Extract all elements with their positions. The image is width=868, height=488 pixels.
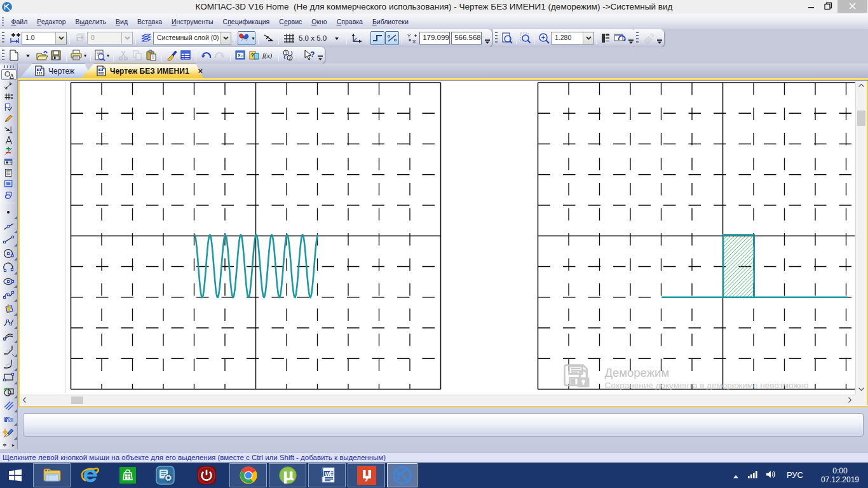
tool-rectangle-button[interactable] [1,371,17,385]
menu-инструменты[interactable]: Инструменты [167,15,218,28]
tool-spline-button[interactable] [1,288,17,302]
tool-circle-button[interactable] [1,247,17,261]
print-preview-button[interactable]: ▾ [93,48,110,62]
tool-ellipse-button[interactable] [1,274,17,288]
taskbar-word[interactable]: W [308,463,346,487]
vertical-scroll-thumb[interactable] [857,111,865,126]
scroll-right-arrow[interactable] [845,395,855,405]
grid-button[interactable] [282,31,296,45]
compact-panel-grip[interactable] [4,65,14,68]
zoom-in-button[interactable] [537,31,551,45]
tool-point-button[interactable] [1,205,17,219]
zoom-value-combobox[interactable]: 1.280 [551,32,594,44]
panel-designations-psp-button[interactable] [1,102,17,113]
new-document-button[interactable] [7,48,21,62]
menu-сервис[interactable]: Сервис [275,15,307,28]
menu-выделить[interactable]: Выделить [71,15,111,28]
cursor-coords-button[interactable]: YX [405,31,419,45]
tool-hatch-button[interactable] [1,398,17,412]
taskbar-power[interactable] [187,463,225,487]
grid-settings-button[interactable] [330,31,344,45]
vertical-scrollbar[interactable] [855,81,867,395]
property-bar-field[interactable] [23,413,864,437]
panel-parametrization-button[interactable] [1,124,17,135]
clear-highlight-button[interactable] [641,31,655,45]
cut-button[interactable] [116,48,130,62]
clock[interactable]: 0:00 07.12.2019 [821,466,859,484]
drawing-canvas[interactable]: ДеморежимСохранение документа в деморежи… [20,81,855,395]
context-help-button[interactable]: ? [302,48,316,62]
rounding-button[interactable] [385,31,399,45]
toolbar-overflow-button[interactable] [316,47,323,64]
copy-button[interactable] [130,48,144,62]
taskbar-settings[interactable] [146,463,184,487]
panel-reports-button[interactable] [1,168,17,179]
tool-continuous-input-button[interactable] [1,302,17,316]
toolbar-grip[interactable] [636,32,639,44]
panel-measure-button[interactable] [1,135,17,146]
tool-auxiliary-line-button[interactable] [1,219,17,233]
menu-окно[interactable]: Окно [307,15,332,28]
current-step-button[interactable] [8,31,22,45]
save-document-button[interactable] [49,48,63,62]
angle-snap-button[interactable] [262,31,276,45]
toolbar-grip[interactable] [495,32,498,44]
local-cs-button[interactable] [350,31,364,45]
panel-dimensions-button[interactable] [1,80,17,91]
volume-icon[interactable] [766,470,776,481]
menu-справка[interactable]: Справка [332,15,367,28]
taskbar-utorrent[interactable]: µ [269,463,306,487]
new-document-type-button[interactable] [21,48,35,62]
tool-multiline-button[interactable] [1,329,17,343]
toolbar-overflow-button[interactable] [484,29,491,47]
open-document-button[interactable] [35,48,49,62]
taskbar-internet-explorer[interactable] [71,463,109,487]
tool-segment-button[interactable] [1,233,17,247]
tray-expand-icon[interactable] [733,470,739,481]
menu-вставка[interactable]: Вставка [133,15,167,28]
variables-button[interactable]: x [233,48,247,62]
tab-close-icon[interactable]: × [198,66,203,76]
tool-collect-contour-button[interactable] [1,384,17,398]
paste-button[interactable] [144,48,158,62]
refresh-view-button[interactable] [613,31,627,45]
redo-button[interactable] [213,48,227,62]
horizontal-scrollbar[interactable] [20,395,855,405]
taskbar-store[interactable] [109,463,146,487]
panel-designations-button[interactable] [1,91,17,102]
combo-dropdown-icon[interactable] [121,32,132,44]
panel-geometry-button[interactable] [1,69,17,80]
scroll-up-arrow[interactable] [856,81,867,91]
specification-button[interactable] [179,48,193,62]
show-all-button[interactable] [500,31,514,45]
network-icon[interactable] [748,470,759,481]
panel-inserts-button[interactable] [1,179,17,189]
language-indicator[interactable]: РУС [787,470,803,480]
print-button[interactable]: ▾ [69,48,87,62]
coord-y-input[interactable]: 566.568 [451,32,482,44]
tool-arc-button[interactable] [1,261,17,274]
coord-x-input[interactable]: 179.099 [419,32,450,44]
combo-dropdown-icon[interactable] [55,32,66,44]
taskbar-book[interactable] [348,463,385,487]
horizontal-scroll-thumb[interactable] [71,396,83,404]
combo-dropdown-icon[interactable] [220,32,231,44]
expressions-button[interactable]: f(x) [261,48,275,62]
menu-библиотеки[interactable]: Библиотеки [367,15,413,28]
menu-файл[interactable]: Файл [6,15,32,28]
scroll-left-arrow[interactable] [20,395,30,405]
taskbar-explorer[interactable] [33,463,71,487]
panel-specification-button[interactable] [1,157,17,168]
panel-editing-button[interactable] [1,113,17,124]
tool-styles-button[interactable] [1,426,17,440]
menu-вид[interactable]: Вид [111,15,133,28]
step-value-combobox[interactable]: 1.0 [22,32,67,44]
restore-button[interactable] [818,0,837,13]
tool-line-button[interactable] [1,316,17,330]
ortho-mode-button[interactable] [370,31,384,45]
toolbar-grip[interactable] [2,50,4,61]
zoom-by-area-button[interactable] [519,31,532,45]
panel-macro-button[interactable] [1,189,17,200]
change-numbering-button[interactable]: 12 [281,48,295,62]
menu-редактор[interactable]: Редактор [32,15,71,28]
